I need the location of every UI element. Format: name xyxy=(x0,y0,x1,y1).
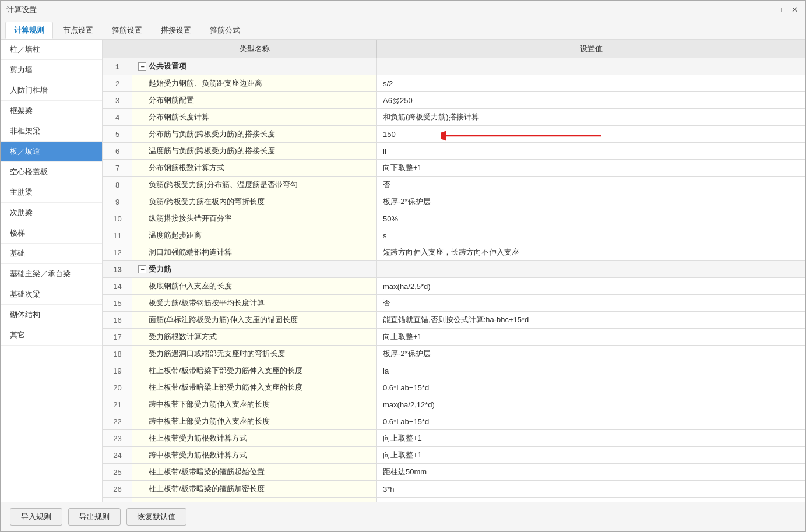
row-value[interactable]: 板厚-2*保护层 xyxy=(377,346,805,362)
import-rules-button[interactable]: 导入规则 xyxy=(10,508,62,526)
row-value[interactable]: 向上取整+1 xyxy=(377,430,805,447)
sidebar-item-slab[interactable]: 板／坡道 xyxy=(1,142,102,162)
sidebar-item-shearwall[interactable]: 剪力墙 xyxy=(1,60,102,80)
row-num: 10 xyxy=(103,210,132,227)
row-value[interactable]: 否 xyxy=(377,177,805,193)
table-row: 25 柱上板带/板带暗梁的箍筋起始位置 距柱边50mm xyxy=(103,464,805,481)
sidebar-item-stair[interactable]: 楼梯 xyxy=(1,223,102,244)
row-value[interactable]: 支座中心线 xyxy=(377,498,805,502)
sidebar-item-nonframebeam[interactable]: 非框架梁 xyxy=(1,121,102,142)
sidebar-item-masonry[interactable]: 砌体结构 xyxy=(1,305,102,325)
row-value[interactable]: 向下取整+1 xyxy=(377,160,805,177)
row-value[interactable]: s xyxy=(377,227,805,244)
row-num: 5 xyxy=(103,126,132,143)
row-value[interactable]: s/2 xyxy=(377,75,805,92)
row-name: 纵筋搭接接头错开百分率 xyxy=(132,210,377,227)
row-value[interactable]: 向上取整+1 xyxy=(377,329,805,346)
sidebar-item-subrib[interactable]: 次肋梁 xyxy=(1,203,102,223)
tab-stirrup-settings[interactable]: 箍筋设置 xyxy=(103,22,151,39)
sidebar-item-other[interactable]: 其它 xyxy=(1,325,102,346)
collapse-icon[interactable]: － xyxy=(138,62,146,71)
row-value xyxy=(377,261,805,278)
row-num: 7 xyxy=(103,160,132,177)
row-value[interactable]: ll xyxy=(377,143,805,160)
row-name: 跨中板带受力筋根数计算方式 xyxy=(132,447,377,464)
row-name: 柱上板带受力筋根数计算方式 xyxy=(132,430,377,447)
sidebar-item-subbeam[interactable]: 基础次梁 xyxy=(1,284,102,305)
table-row: 23 柱上板带受力筋根数计算方式 向上取整+1 xyxy=(103,430,805,447)
row-name: 柱上板带/板带暗梁的箍筋起始位置 xyxy=(132,464,377,481)
row-name: 温度筋起步距离 xyxy=(132,227,377,244)
row-value[interactable]: 向上取整+1 xyxy=(377,447,805,464)
table-row: 17 受力筋根数计算方式 向上取整+1 xyxy=(103,329,805,346)
sidebar-item-mainrib[interactable]: 主肋梁 xyxy=(1,182,102,203)
row-num: 3 xyxy=(103,92,132,109)
table-row: 14 板底钢筋伸入支座的长度 max(ha/2,5*d) xyxy=(103,278,805,295)
export-rules-button[interactable]: 导出规则 xyxy=(68,508,121,526)
close-button[interactable]: ✕ xyxy=(789,5,800,15)
tab-stirrup-formula[interactable]: 箍筋公式 xyxy=(201,22,249,39)
row-value[interactable]: A6@250 xyxy=(377,92,805,109)
row-value[interactable]: 和负筋(跨板受力筋)搭接计算 xyxy=(377,109,805,126)
row-value[interactable]: 短跨方向伸入支座，长跨方向不伸入支座 xyxy=(377,244,805,261)
row-value[interactable]: 否 xyxy=(377,295,805,312)
row-value xyxy=(377,58,805,75)
collapse-icon[interactable]: － xyxy=(138,265,146,273)
row-num: 26 xyxy=(103,481,132,498)
table-row: 15 板受力筋/板带钢筋按平均长度计算 否 xyxy=(103,295,805,312)
row-num: 24 xyxy=(103,447,132,464)
row-value[interactable]: 距柱边50mm xyxy=(377,464,805,481)
row-name: 负筋(跨板受力筋)分布筋、温度筋是否带弯勾 xyxy=(132,177,377,193)
table-row: 5 分布筋与负筋(跨板受力筋)的搭接长度 150 xyxy=(103,126,805,143)
sidebar: 柱／墙柱 剪力墙 人防门框墙 框架梁 非框架梁 板／坡道 空心楼盖板 主肋梁 次… xyxy=(1,40,103,502)
row-value[interactable]: 150 xyxy=(377,126,805,143)
row-value[interactable]: max(ha/2,5*d) xyxy=(377,278,805,295)
row-value[interactable]: max(ha/2,12*d) xyxy=(377,396,805,413)
row-num: 17 xyxy=(103,329,132,346)
row-value[interactable]: 板厚-2*保护层 xyxy=(377,193,805,210)
row-value[interactable]: 50% xyxy=(377,210,805,227)
sidebar-item-airdefense[interactable]: 人防门框墙 xyxy=(1,80,102,101)
maximize-button[interactable]: □ xyxy=(774,5,784,15)
row-name: － 受力筋 xyxy=(132,261,377,278)
table-row: 1 － 公共设置项 xyxy=(103,58,805,75)
content-area: 柱／墙柱 剪力墙 人防门框墙 框架梁 非框架梁 板／坡道 空心楼盖板 主肋梁 次… xyxy=(1,40,805,502)
tab-node-settings[interactable]: 节点设置 xyxy=(54,22,102,39)
row-value[interactable]: 0.6*Lab+15*d xyxy=(377,413,805,430)
table-row: 16 面筋(单标注跨板受力筋)伸入支座的锚固长度 能直锚就直锚,否则按公式计算:… xyxy=(103,312,805,329)
sidebar-item-foundbeam[interactable]: 基础主梁／承台梁 xyxy=(1,264,102,284)
row-value[interactable]: 0.6*Lab+15*d xyxy=(377,379,805,396)
row-num: 1 xyxy=(103,58,132,75)
sidebar-item-foundation[interactable]: 基础 xyxy=(1,244,102,264)
sidebar-item-framebeam[interactable]: 框架梁 xyxy=(1,101,102,121)
row-num: 12 xyxy=(103,244,132,261)
row-num: 23 xyxy=(103,430,132,447)
table-row: 8 负筋(跨板受力筋)分布筋、温度筋是否带弯勾 否 xyxy=(103,177,805,193)
row-num: 22 xyxy=(103,413,132,430)
table-row: 22 跨中板带上部受力筋伸入支座的长度 0.6*Lab+15*d xyxy=(103,413,805,430)
row-num: 25 xyxy=(103,464,132,481)
row-value[interactable]: la xyxy=(377,362,805,379)
row-value[interactable]: 3*h xyxy=(377,481,805,498)
sidebar-item-column[interactable]: 柱／墙柱 xyxy=(1,40,102,60)
row-num: 9 xyxy=(103,193,132,210)
table-row: 26 柱上板带/板带暗梁的箍筋加密长度 3*h xyxy=(103,481,805,498)
row-name: 温度筋与负筋(跨板受力筋)的搭接长度 xyxy=(132,143,377,160)
row-value[interactable]: 能直锚就直锚,否则按公式计算:ha-bhc+15*d xyxy=(377,312,805,329)
sidebar-item-hollow[interactable]: 空心楼盖板 xyxy=(1,162,102,182)
row-num: 16 xyxy=(103,312,132,329)
row-num: 2 xyxy=(103,75,132,92)
table-row: 10 纵筋搭接接头错开百分率 50% xyxy=(103,210,805,227)
row-num: 8 xyxy=(103,177,132,193)
tab-calc-rules[interactable]: 计算规则 xyxy=(5,22,53,39)
row-name: 面筋(单标注跨板受力筋)伸入支座的锚固长度 xyxy=(132,312,377,329)
row-num: 18 xyxy=(103,346,132,362)
row-num: 4 xyxy=(103,109,132,126)
restore-defaults-button[interactable]: 恢复默认值 xyxy=(126,508,186,526)
tab-overlap-settings[interactable]: 搭接设置 xyxy=(152,22,200,39)
row-name: 分布钢筋根数计算方式 xyxy=(132,160,377,177)
footer: 导入规则 导出规则 恢复默认值 xyxy=(1,502,805,531)
table-row: 12 洞口加强筋端部构造计算 短跨方向伸入支座，长跨方向不伸入支座 xyxy=(103,244,805,261)
table-row: 3 分布钢筋配置 A6@250 xyxy=(103,92,805,109)
minimize-button[interactable]: — xyxy=(759,5,769,15)
